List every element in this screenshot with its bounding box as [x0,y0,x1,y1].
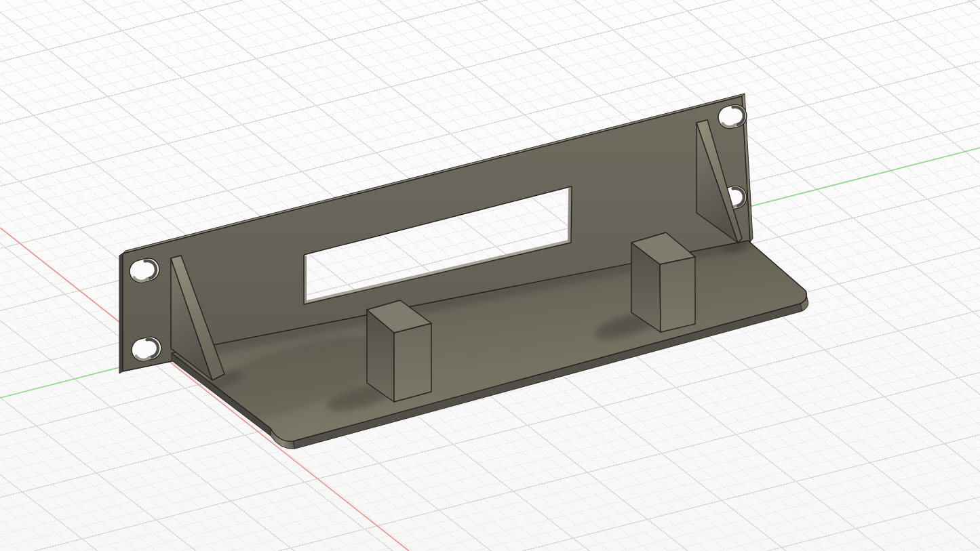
cad-viewport[interactable] [0,0,980,551]
rack-bracket-model[interactable] [119,94,808,449]
block-front-face[interactable] [394,323,431,402]
faceplate-left-edge-face[interactable] [119,253,123,373]
model-scene [0,0,980,551]
block-front-face[interactable] [660,257,695,332]
